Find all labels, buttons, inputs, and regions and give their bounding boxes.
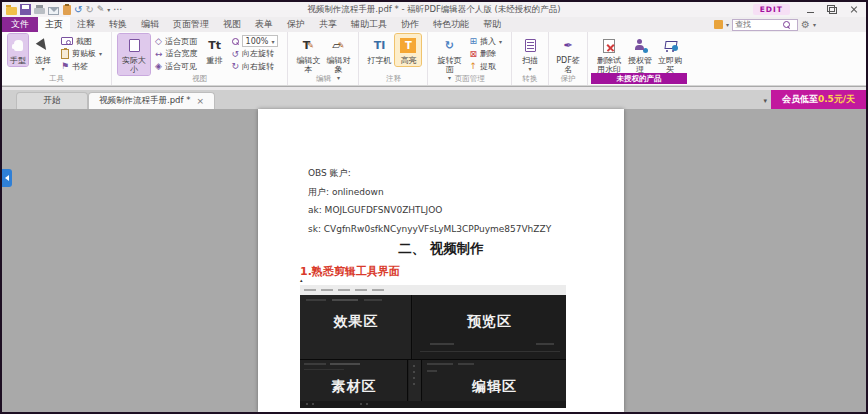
- snapshot-button[interactable]: 截图: [59, 35, 104, 48]
- fit-width-button[interactable]: ↔ 适合宽度: [153, 48, 200, 61]
- search-box[interactable]: [732, 19, 798, 31]
- doc-tab-start[interactable]: 开始: [16, 92, 88, 109]
- more-commands-icon[interactable]: ⋯: [113, 4, 123, 15]
- buy-now-button[interactable]: 立即购买: [656, 34, 684, 75]
- ribbon: 手型 选择 ▾ 截图 剪贴板 ▾ ⚑ 书签: [2, 32, 866, 86]
- clipboard-button[interactable]: 剪贴板 ▾: [59, 48, 104, 61]
- email-icon[interactable]: [48, 7, 59, 15]
- fit-page-button[interactable]: ◇ 适合页面: [153, 35, 200, 48]
- actual-size-button[interactable]: 实际大小: [118, 34, 150, 75]
- quick-tool-icon[interactable]: [714, 20, 723, 29]
- titlebar-right: EDIT: [753, 2, 864, 17]
- gear-caret-icon[interactable]: ▾: [813, 21, 816, 28]
- quick-tool-caret-icon[interactable]: ▾: [726, 21, 729, 28]
- signature-icon[interactable]: ✎: [97, 4, 105, 15]
- tab-organize[interactable]: 页面管理: [166, 17, 216, 32]
- license-manage-button[interactable]: 授权管理: [626, 34, 654, 75]
- fit-visible-button[interactable]: ◈ 适合可见: [153, 60, 200, 73]
- tab-share[interactable]: 共享: [312, 17, 344, 32]
- rotate-right-button[interactable]: ↻ 向右旋转: [230, 60, 281, 73]
- zoom-combobox[interactable]: 100% ▾: [242, 35, 279, 47]
- scan-button[interactable]: 扫描 ▾: [518, 34, 542, 73]
- tab-protect[interactable]: 保护: [280, 17, 312, 32]
- pencil-icon: ✎: [338, 41, 345, 50]
- screenshot-label: 素材区: [300, 378, 408, 396]
- decoration-dot: [360, 403, 362, 405]
- cursor-icon: [36, 38, 51, 53]
- membership-promo-banner[interactable]: 会员低至0.5元/天: [771, 90, 866, 109]
- zoom-icon: [232, 38, 239, 45]
- navigation-panel-toggle[interactable]: [2, 169, 12, 187]
- pdf-sign-button[interactable]: ✒ PDF签名: [555, 34, 581, 75]
- search-icon[interactable]: [783, 21, 790, 28]
- tab-help[interactable]: 帮助: [476, 17, 508, 32]
- select-caret-icon: ▾: [41, 65, 44, 72]
- fit-page-icon: ◇: [155, 36, 162, 46]
- decoration-bar: [338, 289, 350, 291]
- tab-view[interactable]: 视图: [216, 17, 248, 32]
- rotate-left-button[interactable]: ↺ 向左旋转: [230, 48, 281, 61]
- delete-pages-icon: ⊠: [469, 49, 477, 59]
- rotate-pages-icon: ↻: [445, 39, 454, 52]
- tab-edit[interactable]: 编辑: [134, 17, 166, 32]
- paste-icon[interactable]: [63, 5, 71, 15]
- edit-license-badge: EDIT: [753, 4, 790, 15]
- decoration-dot: [312, 403, 314, 405]
- tab-file[interactable]: 文件: [2, 17, 38, 32]
- doc-text-line: sk: CVgfnRw0sfkNCynyyVFsLyML3CPPuyme857V…: [308, 224, 551, 234]
- fit-width-icon: ↔: [155, 49, 163, 59]
- decoration-bar: [355, 289, 367, 291]
- decoration-bar: [372, 289, 384, 291]
- ribbon-group-tools: 手型 选择 ▾ 截图 剪贴板 ▾ ⚑ 书签: [2, 32, 112, 85]
- extract-pages-button[interactable]: ↑ 提取: [467, 60, 504, 73]
- tab-form[interactable]: 表单: [248, 17, 280, 32]
- app-window: ↺ ↻ ✎ ▾ ⋯ 视频制作流程手册.pdf * - 福昕PDF编辑器个人版 (…: [0, 0, 868, 414]
- bookmark-button[interactable]: ⚑ 书签: [59, 60, 104, 73]
- rotate-right-icon: ↻: [232, 61, 240, 71]
- open-folder-icon[interactable]: [6, 7, 17, 15]
- search-input[interactable]: [735, 20, 783, 29]
- insert-pages-button[interactable]: ⊞ 插入 ▾: [467, 35, 504, 48]
- hand-tool-button[interactable]: 手型: [8, 34, 28, 66]
- highlight-button[interactable]: T 高亮: [395, 34, 421, 66]
- clipboard-caret-icon: ▾: [99, 50, 102, 57]
- doc-subheading: 1.熟悉剪辑工具界面: [300, 264, 400, 279]
- save-icon[interactable]: [20, 4, 31, 15]
- tab-list-caret-icon[interactable]: ▾: [763, 97, 767, 105]
- shopping-cart-icon: [663, 39, 677, 52]
- delete-pages-button[interactable]: ⊠ 删除: [467, 48, 504, 61]
- edit-text-button[interactable]: T✎ 编辑文本: [294, 34, 322, 75]
- doc-tab-active[interactable]: 视频制作流程手册.pdf * ×: [88, 92, 215, 109]
- ribbon-group-organize: ↻ 旋转页面 ▾ ⊞ 插入 ▾ ⊠ 删除 ↑ 提取 页面管理: [428, 32, 512, 85]
- insert-pages-icon: ⊞: [469, 36, 477, 46]
- reflow-button[interactable]: Tt 重排: [203, 34, 227, 66]
- restore-button[interactable]: [822, 3, 842, 16]
- tab-home[interactable]: 主页: [38, 17, 70, 32]
- redo-icon[interactable]: ↻: [85, 4, 93, 15]
- close-button[interactable]: [844, 3, 864, 16]
- doc-tab-close-icon[interactable]: ×: [196, 96, 204, 106]
- tab-collaborate[interactable]: 协作: [394, 17, 426, 32]
- decoration-bar: [536, 343, 554, 345]
- minimize-button[interactable]: [800, 3, 820, 16]
- remove-trial-watermark-button[interactable]: 删除试用水印: [594, 34, 624, 75]
- tab-accessibility[interactable]: 辅助工具: [344, 17, 394, 32]
- gear-icon[interactable]: ⚙: [801, 19, 810, 31]
- select-tool-button[interactable]: 选择 ▾: [30, 34, 56, 73]
- undo-icon[interactable]: ↺: [74, 4, 82, 15]
- print-icon[interactable]: [34, 8, 45, 14]
- ribbon-group-protect: ✒ PDF签名 保护: [549, 32, 588, 85]
- title-bar: ↺ ↻ ✎ ▾ ⋯ 视频制作流程手册.pdf * - 福昕PDF编辑器个人版 (…: [2, 2, 866, 17]
- tab-convert[interactable]: 转换: [102, 17, 134, 32]
- decoration-dot: [366, 403, 368, 405]
- decoration-dot: [306, 403, 308, 405]
- scan-icon: [525, 39, 536, 52]
- decoration-bar: [332, 299, 358, 301]
- tab-features[interactable]: 特色功能: [426, 17, 476, 32]
- typewriter-button[interactable]: TI 打字机: [365, 34, 393, 66]
- qat-dropdown-caret-icon[interactable]: ▾: [107, 6, 110, 13]
- pdf-sign-icon: ✒: [563, 39, 572, 52]
- ribbon-group-edit: T✎ 编辑文本 ▱✎ 编辑对象 ▾ 编辑: [288, 32, 359, 85]
- ribbon-tab-row: 文件 主页 注释 转换 编辑 页面管理 视图 表单 保护 共享 辅助工具 协作 …: [2, 17, 866, 32]
- tab-comment[interactable]: 注释: [70, 17, 102, 32]
